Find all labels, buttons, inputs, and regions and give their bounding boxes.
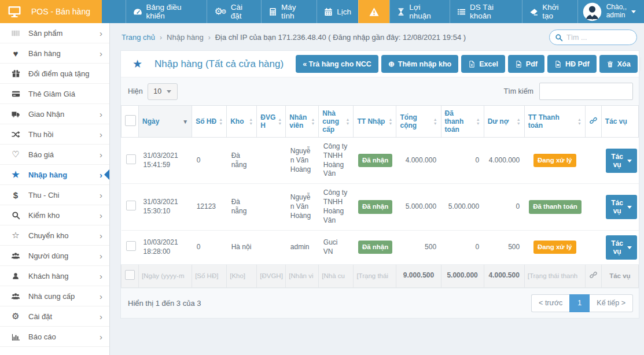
nav-settings[interactable]: ⚙⚙ Cài đặt (207, 0, 261, 23)
nav-profit[interactable]: Lợi nhuận (389, 0, 450, 23)
nav-warning[interactable] (358, 0, 389, 23)
column-header-supplier[interactable]: Nhà cung cấp▲▼ (319, 106, 354, 138)
select-all-checkbox[interactable] (125, 115, 136, 126)
sidebar-item-bao-cao[interactable]: Báo cáo › (0, 327, 109, 347)
users-icon (8, 252, 24, 260)
chevron-right-icon: › (100, 332, 105, 342)
sidebar-item-thu-hoi[interactable]: Thu hồi › (0, 124, 109, 145)
column-header-warehouse[interactable]: Kho▲▼ (227, 106, 257, 138)
filter-invoice[interactable]: [Số HĐ] (192, 264, 227, 287)
page-title: Nhập hàng (Tất cả cửa hàng) (154, 58, 284, 70)
invoice-pdf-button[interactable]: HĐ Pdf (547, 55, 597, 73)
row-checkbox[interactable] (126, 241, 136, 251)
sidebar-item-san-pham[interactable]: Sản phẩm › (0, 23, 109, 43)
cell-dvgh (257, 230, 286, 264)
filter-date[interactable]: [Ngày (yyyy-m (139, 264, 192, 287)
nav-dashboard[interactable]: Bảng điều khiển (126, 0, 207, 23)
eraser-icon (529, 8, 538, 16)
column-visibility-icon[interactable]: ▦ (641, 57, 644, 71)
table-search-input[interactable] (539, 83, 633, 100)
nav-accounts[interactable]: DS Tài khoản (450, 0, 522, 23)
sidebar-item-ban-hang[interactable]: ♥ Bán hàng › (0, 43, 109, 64)
sidebar-item-nguoi-dung[interactable]: Người dùng › (0, 246, 109, 266)
sidebar-item-the-giam-gia[interactable]: Thẻ Giảm Giá (0, 84, 109, 104)
quick-search-input[interactable] (566, 34, 631, 42)
quick-search-box[interactable] (549, 29, 637, 45)
chevron-right-icon: › (100, 190, 105, 200)
sidebar-item-kiem-kho[interactable]: Kiểm kho › (0, 205, 109, 225)
cell-total: 5.000.000 (396, 184, 441, 230)
sidebar-item-label: Nhà cung cấp (24, 292, 100, 301)
filter-supplier[interactable]: [Nhà cu (319, 264, 354, 287)
user-icon (8, 272, 24, 280)
sort-icon: ▲▼ (517, 117, 521, 126)
page-size-select[interactable]: 10 (148, 83, 178, 100)
top-navbar: POS - Bán hàng Bảng điều khiển ⚙⚙ Cài đặ… (0, 0, 644, 23)
sidebar-item-bao-gia[interactable]: ♡ Báo giá › (0, 145, 109, 165)
sidebar-item-label: Khách hàng (24, 272, 100, 280)
sidebar-item-nha-cung-cap[interactable]: Nhà cung cấp › (0, 286, 109, 306)
column-header-import-status[interactable]: TT Nhập▲▼ (354, 106, 396, 138)
trash-icon (606, 60, 614, 68)
sidebar-item-label: Báo cáo (24, 332, 100, 341)
filter-payment-status[interactable]: [Trạng thái thanh (524, 264, 585, 287)
user-menu[interactable]: Chào,, admin (577, 0, 644, 23)
sidebar-item-label: Người dùng (24, 252, 100, 260)
filter-import-status[interactable]: [Trạng thái (354, 264, 396, 287)
column-header-staff[interactable]: Nhân viên▲▼ (286, 106, 319, 138)
row-checkbox[interactable] (126, 201, 136, 210)
sidebar-item-cai-dat[interactable]: ⚙ Cài đặt › (0, 306, 109, 327)
pagination-page-1[interactable]: 1 (569, 294, 590, 312)
pdf-file-icon (554, 60, 562, 68)
nav-calendar[interactable]: Lịch (317, 0, 358, 23)
row-actions-button[interactable]: Tác vụ (606, 149, 637, 173)
column-header-payment-status[interactable]: TT Thanh toán▲▼ (524, 106, 585, 138)
row-actions-button[interactable]: Tác vụ (606, 235, 637, 260)
sidebar-item-label: Nhập hàng (24, 171, 100, 179)
row-checkbox[interactable] (126, 154, 136, 164)
table-search-control: Tìm kiếm (504, 83, 633, 100)
pdf-button[interactable]: Pdf (508, 55, 544, 73)
column-header-invoice[interactable]: Số HĐ▲▼ (192, 106, 227, 138)
brand-logo[interactable]: POS - Bán hàng (0, 0, 102, 23)
nav-calculator[interactable]: Máy tính (261, 0, 317, 23)
add-import-button[interactable]: ⊕ Thêm nhập kho (381, 55, 458, 73)
username-text: admin (606, 12, 627, 20)
sidebar-item-khach-hang[interactable]: Khách hàng › (0, 266, 109, 286)
sort-icon: ▲▼ (389, 117, 393, 126)
link-icon (590, 117, 597, 124)
payment-status-badge: Đã thanh toán (529, 200, 582, 213)
return-to-supplier-button[interactable]: « Trả hàng cho NCC (296, 55, 378, 73)
nav-initialize[interactable]: Khởi tạo (522, 0, 577, 23)
cell-invoice: 0 (192, 138, 227, 184)
excel-button[interactable]: Excel (461, 55, 505, 73)
column-header-total[interactable]: Tổng cộng▲▼ (396, 106, 441, 138)
filter-staff[interactable]: [Nhân vi (286, 264, 319, 287)
pagination-next-button[interactable]: Kế tiếp > (590, 294, 633, 312)
pagination: < trước 1 Kế tiếp > (531, 294, 633, 312)
nav-label: Cài đặt (231, 3, 254, 20)
column-header-debt[interactable]: Dư nợ▲▼ (484, 106, 524, 138)
column-header-dvgh[interactable]: ĐVGH▲▼ (257, 106, 286, 138)
breadcrumb-home-link[interactable]: Trang chủ (122, 33, 155, 42)
gears-icon: ⚙⚙ (214, 7, 226, 16)
footer-checkbox[interactable] (125, 270, 135, 280)
sidebar-item-nhap-hang[interactable]: ★ Nhập hàng › (0, 165, 109, 185)
sidebar-item-thu-chi[interactable]: $ Thu - Chi › (0, 185, 109, 205)
chevron-right-icon: › (100, 130, 105, 139)
sort-icon: ▲▼ (311, 117, 315, 126)
delete-button[interactable]: Xóa (599, 55, 638, 73)
sidebar-item-giao-nhan[interactable]: Giao Nhận › (0, 104, 109, 124)
pagination-prev-button[interactable]: < trước (531, 294, 569, 312)
filter-dvgh[interactable]: [ĐVGH] (257, 264, 286, 287)
sidebar-item-doi-diem[interactable]: Đổi điểm quà tặng (0, 64, 109, 84)
row-actions-button[interactable]: Tác vụ (606, 195, 637, 219)
paid-sum: 5.000.000 (441, 264, 484, 287)
table-row: 31/03/2021 15:30:10 12123 Đà nẵng Nguyễn… (122, 184, 639, 230)
sidebar-item-chuyen-kho[interactable]: ☆ Chuyển kho › (0, 225, 109, 246)
cell-supplier: Guci VN (319, 230, 354, 264)
avatar (583, 2, 602, 21)
column-header-date[interactable]: Ngày▼ (139, 106, 192, 138)
column-header-paid[interactable]: Đã thanh toán▲▼ (441, 106, 484, 138)
filter-warehouse[interactable]: [Kho] (227, 264, 257, 287)
